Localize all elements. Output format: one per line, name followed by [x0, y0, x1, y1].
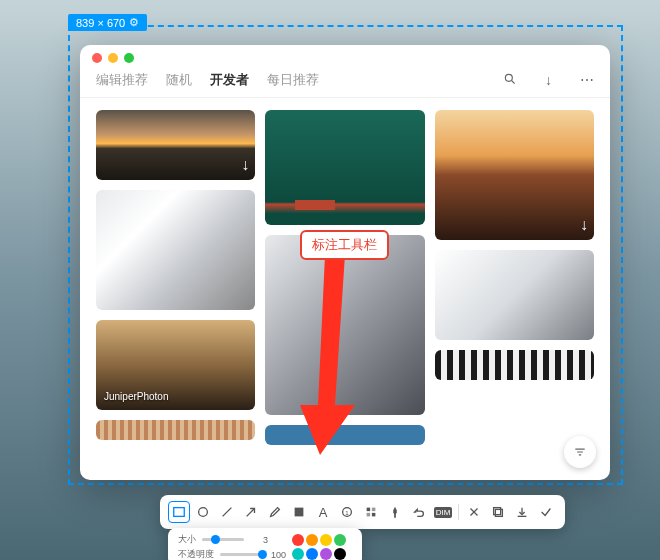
circle-icon[interactable] — [192, 501, 214, 523]
photo-architecture[interactable] — [435, 250, 594, 340]
color-swatch[interactable] — [306, 534, 318, 546]
close-window-icon[interactable] — [92, 53, 102, 63]
photo-water[interactable] — [265, 110, 424, 225]
minimize-window-icon[interactable] — [108, 53, 118, 63]
opacity-label: 不透明度 — [178, 548, 214, 560]
capture-size-badge: 839 × 670 ⚙ — [68, 14, 147, 31]
color-swatch[interactable] — [320, 548, 332, 560]
app-window: 编辑推荐随机开发者每日推荐 ↓ ⋯ ↓ JuniperPhoton ↓ — [80, 45, 610, 480]
svg-line-9 — [247, 509, 255, 517]
svg-rect-19 — [495, 509, 502, 516]
annotation-toolbar: A1DIM — [160, 495, 565, 529]
number-icon[interactable]: 1 — [336, 501, 358, 523]
photo-cranes[interactable]: ↓ — [435, 110, 594, 240]
download-icon[interactable]: ↓ — [545, 72, 552, 88]
author-label: JuniperPhoton — [104, 391, 169, 402]
photo-geometric[interactable] — [96, 190, 255, 310]
download-icon[interactable]: ↓ — [580, 216, 588, 234]
tab-bar: 编辑推荐随机开发者每日推荐 ↓ ⋯ — [80, 71, 610, 98]
size-label: 大小 — [178, 533, 196, 546]
done-icon[interactable] — [535, 501, 557, 523]
filter-fab[interactable] — [564, 436, 596, 468]
style-palette: 大小 3 不透明度 100 — [168, 528, 362, 560]
svg-point-0 — [505, 74, 512, 81]
photo-bw-stripes[interactable] — [435, 350, 594, 380]
color-swatch[interactable] — [334, 548, 346, 560]
pin-icon[interactable] — [384, 501, 406, 523]
gallery: ↓ JuniperPhoton ↓ — [80, 98, 610, 480]
close-icon[interactable] — [463, 501, 485, 523]
tab-每日推荐[interactable]: 每日推荐 — [267, 71, 319, 89]
undo-icon[interactable] — [408, 501, 430, 523]
dimensions-label: 839 × 670 — [76, 17, 125, 29]
download-icon[interactable]: ↓ — [241, 156, 249, 174]
svg-rect-10 — [295, 508, 304, 517]
dimension-icon[interactable]: DIM — [432, 501, 454, 523]
arrow-icon[interactable] — [240, 501, 262, 523]
copy-icon[interactable] — [487, 501, 509, 523]
svg-point-7 — [199, 508, 208, 517]
tab-开发者[interactable]: 开发者 — [210, 71, 249, 89]
size-slider[interactable] — [202, 538, 244, 541]
pencil-icon[interactable] — [264, 501, 286, 523]
highlight-icon[interactable] — [288, 501, 310, 523]
color-swatch[interactable] — [292, 548, 304, 560]
tab-随机[interactable]: 随机 — [166, 71, 192, 89]
color-swatch[interactable] — [306, 548, 318, 560]
opacity-slider[interactable] — [220, 553, 262, 556]
search-icon[interactable] — [503, 72, 517, 89]
svg-text:1: 1 — [345, 509, 349, 516]
zoom-window-icon[interactable] — [124, 53, 134, 63]
opacity-value: 100 — [268, 550, 286, 560]
tab-编辑推荐[interactable]: 编辑推荐 — [96, 71, 148, 89]
annotation-callout[interactable]: 标注工具栏 — [300, 230, 389, 260]
rect-icon[interactable] — [168, 501, 190, 523]
line-icon[interactable] — [216, 501, 238, 523]
color-swatch[interactable] — [320, 534, 332, 546]
titlebar — [80, 45, 610, 71]
photo-interior[interactable]: JuniperPhoton — [96, 320, 255, 410]
svg-line-8 — [223, 508, 232, 517]
more-icon[interactable]: ⋯ — [580, 72, 594, 88]
size-value: 3 — [250, 535, 268, 545]
color-swatch[interactable] — [334, 534, 346, 546]
text-icon[interactable]: A — [312, 501, 334, 523]
photo-stripes[interactable] — [96, 420, 255, 440]
svg-rect-14 — [372, 508, 376, 512]
svg-rect-16 — [372, 513, 376, 517]
mosaic-icon[interactable] — [360, 501, 382, 523]
photo-blue[interactable] — [265, 425, 424, 445]
photo-building[interactable] — [265, 235, 424, 415]
svg-rect-15 — [367, 513, 371, 517]
gear-icon[interactable]: ⚙ — [129, 16, 139, 29]
svg-rect-13 — [367, 508, 371, 512]
photo-sunset[interactable]: ↓ — [96, 110, 255, 180]
save-icon[interactable] — [511, 501, 533, 523]
svg-rect-20 — [494, 508, 501, 515]
svg-rect-6 — [174, 508, 185, 517]
color-swatch[interactable] — [292, 534, 304, 546]
color-swatches — [292, 534, 352, 560]
svg-line-1 — [512, 80, 515, 83]
